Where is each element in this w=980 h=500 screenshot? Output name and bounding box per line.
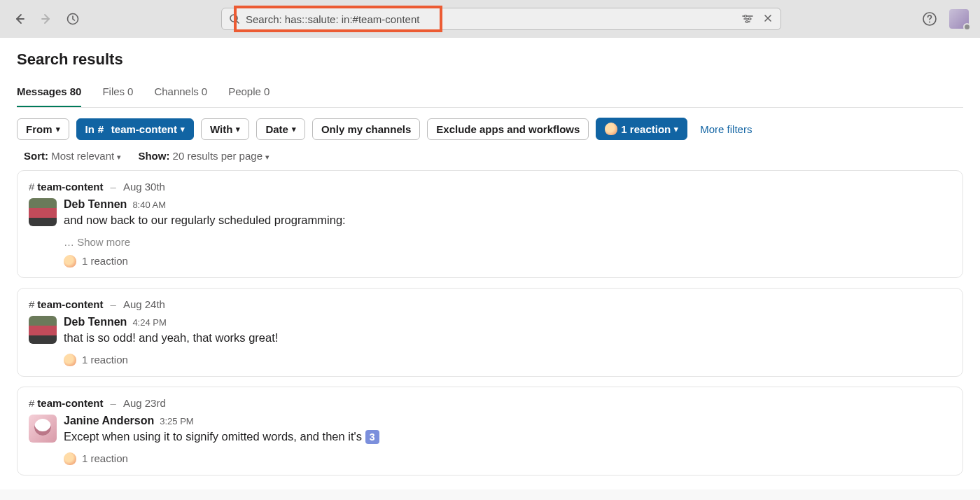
author-avatar[interactable] — [29, 198, 57, 226]
show-more-link[interactable]: … Show more — [64, 236, 951, 248]
help-button[interactable] — [921, 11, 938, 27]
filter-in-channel[interactable]: In # team-content ▾ — [76, 118, 195, 140]
chevron-down-icon: ▾ — [117, 153, 121, 161]
message-time: 8:40 AM — [132, 200, 166, 210]
filter-exclude-apps[interactable]: Exclude apps and workflows — [427, 118, 589, 140]
more-filters-link[interactable]: More filters — [700, 123, 752, 135]
sort-row: Sort: Most relevant ▾ Show: 20 results p… — [0, 150, 980, 170]
author-name[interactable]: Deb Tennen — [64, 316, 127, 328]
nav-forward-button[interactable] — [38, 11, 55, 27]
filters-row: From▾ In # team-content ▾ With▾ Date▾ On… — [0, 108, 980, 150]
salute-emoji-icon — [605, 123, 617, 135]
svg-point-2 — [745, 15, 747, 18]
hash-icon: # — [29, 397, 34, 409]
tab-messages[interactable]: Messages80 — [17, 80, 81, 107]
reaction-summary[interactable]: 1 reaction — [64, 452, 951, 465]
tab-channels[interactable]: Channels0 — [154, 80, 207, 107]
keycap-3-emoji-icon: 3 — [365, 430, 379, 444]
author-avatar[interactable] — [29, 415, 57, 443]
search-wrap: Search: has::salute: in:#team-content — [91, 8, 911, 30]
message-text: that is so odd! and yeah, that works gre… — [64, 330, 951, 347]
salute-emoji-icon — [64, 354, 76, 366]
message-text: Except when using it to signify omitted … — [64, 429, 951, 445]
channel-link[interactable]: #team-content — [29, 298, 104, 310]
filter-only-my-channels[interactable]: Only my channels — [312, 118, 420, 140]
chevron-down-icon: ▾ — [56, 125, 60, 134]
chevron-down-icon: ▾ — [292, 125, 296, 134]
search-text: Search: has::salute: in:#team-content — [246, 13, 419, 25]
chevron-down-icon: ▾ — [674, 125, 678, 134]
reaction-summary[interactable]: 1 reaction — [64, 354, 951, 366]
topbar: Search: has::salute: in:#team-content — [0, 0, 980, 38]
user-avatar[interactable] — [949, 9, 969, 29]
filter-date[interactable]: Date▾ — [256, 118, 305, 140]
result-tabs: Messages80 Files0 Channels0 People0 — [17, 80, 963, 108]
result-card[interactable]: #team-content – Aug 30th Deb Tennen 8:40… — [17, 170, 963, 278]
channel-link[interactable]: #team-content — [29, 181, 104, 193]
result-date: Aug 23rd — [123, 397, 166, 409]
reaction-summary[interactable]: 1 reaction — [64, 255, 951, 268]
sort-control[interactable]: Sort: Most relevant ▾ — [24, 150, 121, 162]
salute-emoji-icon — [64, 255, 76, 268]
chevron-down-icon: ▾ — [265, 153, 270, 161]
clear-search-button[interactable] — [762, 13, 774, 25]
svg-point-3 — [749, 18, 751, 20]
message-time: 4:24 PM — [132, 317, 166, 328]
result-card[interactable]: #team-content – Aug 24th Deb Tennen 4:24… — [17, 288, 963, 377]
author-name[interactable]: Janine Anderson — [64, 415, 154, 427]
tab-files[interactable]: Files0 — [102, 80, 133, 107]
filter-icon[interactable] — [741, 13, 754, 25]
clock-icon — [66, 12, 80, 26]
message-text: and now back to our regularly scheduled … — [64, 212, 951, 229]
arrow-left-icon — [13, 12, 27, 26]
svg-point-6 — [929, 22, 930, 23]
hash-icon: # — [98, 123, 108, 135]
message-time: 3:25 PM — [160, 416, 193, 426]
help-icon — [922, 11, 937, 27]
svg-point-4 — [746, 21, 748, 23]
filter-from[interactable]: From▾ — [17, 118, 69, 140]
salute-emoji-icon — [64, 452, 76, 465]
search-input[interactable]: Search: has::salute: in:#team-content — [221, 8, 781, 30]
nav-back-button[interactable] — [11, 11, 28, 27]
show-control[interactable]: Show: 20 results per page ▾ — [138, 150, 270, 162]
filter-with[interactable]: With▾ — [201, 118, 249, 140]
chevron-down-icon: ▾ — [236, 125, 240, 134]
author-avatar[interactable] — [29, 316, 57, 344]
history-button[interactable] — [64, 11, 81, 27]
hash-icon: # — [29, 181, 34, 193]
chevron-down-icon: ▾ — [181, 125, 185, 134]
arrow-right-icon — [39, 12, 53, 26]
hash-icon: # — [29, 298, 34, 310]
search-icon — [229, 13, 240, 25]
result-date: Aug 24th — [123, 298, 165, 310]
result-date: Aug 30th — [123, 181, 165, 193]
filter-reaction[interactable]: 1 reaction ▾ — [596, 118, 687, 140]
channel-link[interactable]: #team-content — [29, 397, 104, 409]
page-header: Search results Messages80 Files0 Channel… — [0, 38, 980, 108]
author-name[interactable]: Deb Tennen — [64, 198, 127, 211]
result-card[interactable]: #team-content – Aug 23rd Janine Anderson… — [17, 387, 963, 475]
page-title: Search results — [17, 50, 963, 69]
results-list: #team-content – Aug 30th Deb Tennen 8:40… — [0, 170, 980, 489]
presence-indicator — [963, 23, 971, 31]
tab-people[interactable]: People0 — [228, 80, 270, 107]
